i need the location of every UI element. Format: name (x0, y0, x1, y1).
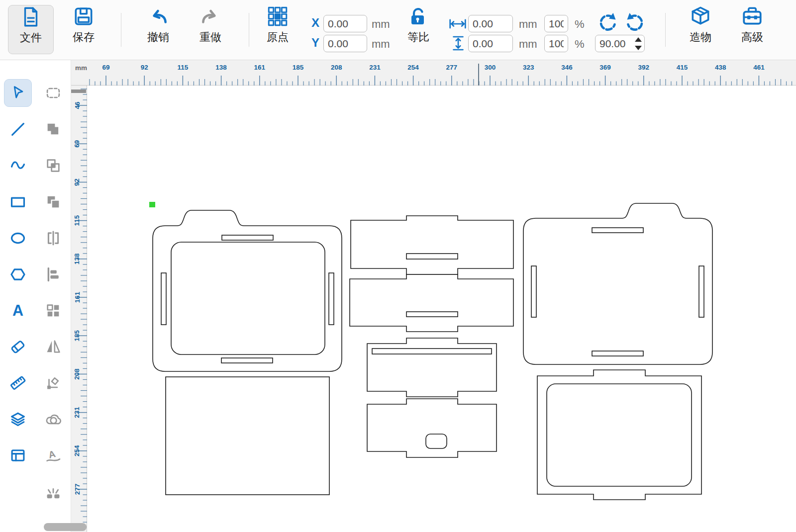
tool-node-edit[interactable] (39, 369, 67, 397)
slot (406, 312, 458, 317)
window-cutout (171, 242, 325, 355)
svg-text:185: 185 (293, 64, 304, 71)
arrange-icon (45, 302, 62, 319)
mirror-icon (45, 338, 62, 355)
x-input[interactable] (323, 15, 367, 32)
tool-arrange[interactable] (39, 297, 67, 325)
svg-text:277: 277 (74, 484, 81, 495)
tool-split[interactable] (39, 224, 67, 252)
slot (406, 254, 458, 259)
tool-line[interactable] (4, 115, 32, 143)
selection-handle[interactable] (149, 202, 155, 207)
subtract-icon (45, 193, 62, 210)
app-window: 文件 保存 撤销 (0, 0, 796, 532)
slot (161, 273, 166, 325)
svg-text:69: 69 (102, 64, 109, 71)
tool-break-apart[interactable] (39, 477, 67, 505)
height-input[interactable] (468, 35, 513, 52)
undo-button[interactable]: 撤销 (138, 5, 178, 54)
save-label: 保存 (73, 30, 95, 45)
height-icon (449, 34, 468, 53)
stepper-up-icon[interactable] (635, 37, 642, 42)
piece-side-wall-2[interactable] (350, 274, 513, 332)
svg-text:231: 231 (74, 407, 81, 418)
slot (531, 266, 536, 317)
svg-text:231: 231 (369, 64, 381, 71)
piece-back-wall[interactable] (367, 399, 497, 457)
undo-icon (146, 5, 170, 28)
width-percent-input[interactable] (544, 15, 568, 32)
window-cutout (547, 384, 692, 486)
tool-layers[interactable] (4, 405, 32, 433)
tool-text[interactable]: A (4, 297, 32, 325)
stepper-down-icon[interactable] (635, 46, 642, 50)
tool-text-path[interactable]: A (39, 442, 67, 469)
table-icon (9, 447, 26, 464)
piece-lid-panel-right[interactable] (523, 203, 712, 364)
height-percent-input[interactable] (544, 35, 568, 52)
slot (592, 351, 643, 356)
create-label: 造物 (690, 30, 711, 45)
piece-side-wall-1[interactable] (351, 216, 513, 274)
tool-select[interactable] (4, 79, 32, 107)
ruler-horizontal: mm69921151381611852082312542773003233463… (71, 60, 796, 86)
toolbox-icon (741, 5, 764, 28)
width-unit: mm (519, 18, 537, 31)
tool-polygon[interactable] (4, 261, 32, 288)
piece-base-panel[interactable] (166, 377, 329, 495)
tool-curve[interactable] (4, 152, 32, 179)
redo-icon (199, 5, 222, 28)
slot (222, 235, 273, 240)
tool-mirror[interactable] (39, 333, 67, 360)
tool-align[interactable] (39, 261, 67, 288)
proportional-lock-button[interactable]: 等比 (401, 6, 436, 54)
svg-text:461: 461 (753, 64, 765, 71)
y-input[interactable] (323, 35, 367, 52)
rotate-cw-button[interactable] (624, 12, 647, 35)
rotate-ccw-icon (597, 12, 618, 34)
tool-marquee-select[interactable] (39, 79, 67, 107)
tool-ellipse[interactable] (4, 224, 32, 252)
redo-button[interactable]: 重做 (191, 5, 230, 54)
svg-text:346: 346 (561, 64, 573, 71)
rotate-ccw-button[interactable] (596, 12, 619, 35)
save-button[interactable]: 保存 (64, 5, 103, 54)
piece-lid-frame-left[interactable] (153, 210, 342, 371)
proportional-lock-label: 等比 (407, 30, 429, 45)
cable-hole (426, 434, 447, 448)
y-label: Y (311, 36, 319, 50)
svg-text:369: 369 (599, 64, 611, 71)
slot (699, 266, 704, 317)
file-icon (19, 5, 42, 28)
y-unit: mm (372, 38, 390, 51)
width-icon (448, 15, 468, 33)
tool-union[interactable] (39, 115, 67, 143)
origin-label: 原点 (267, 30, 289, 45)
tool-subtract[interactable] (39, 188, 67, 216)
file-button[interactable]: 文件 (8, 5, 54, 54)
width-input[interactable] (468, 15, 513, 32)
horizontal-scrollbar-thumb[interactable] (44, 523, 87, 531)
x-unit: mm (372, 18, 390, 31)
tool-weld[interactable] (39, 405, 67, 433)
tool-rectangle[interactable] (4, 188, 32, 216)
svg-text:208: 208 (74, 368, 81, 380)
toolbar: 文件 保存 撤销 (0, 0, 796, 60)
tool-measure[interactable] (4, 369, 32, 397)
piece-bottom-frame-right[interactable] (537, 370, 701, 500)
create-button[interactable]: 造物 (681, 5, 720, 54)
piece-front-wall[interactable] (367, 338, 497, 397)
svg-text:300: 300 (485, 64, 496, 71)
origin-grid-icon (266, 5, 289, 28)
advanced-button[interactable]: 高级 (732, 5, 772, 54)
origin-button[interactable]: 原点 (258, 5, 298, 54)
rotation-stepper[interactable] (635, 37, 643, 50)
svg-text:161: 161 (254, 64, 266, 71)
ruler-icon (9, 374, 26, 391)
tool-exclude[interactable] (39, 152, 67, 179)
weld-icon (45, 411, 62, 428)
tool-grid-table[interactable] (4, 442, 32, 469)
x-label: X (311, 16, 319, 30)
slot (372, 349, 492, 354)
tool-eraser[interactable] (4, 333, 32, 360)
